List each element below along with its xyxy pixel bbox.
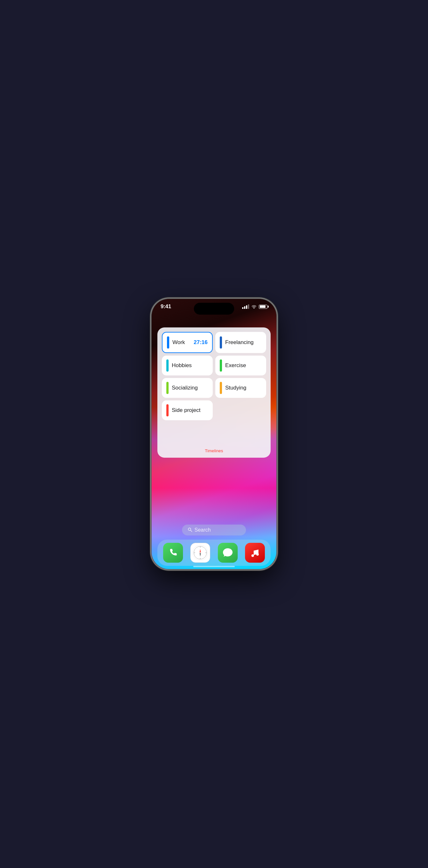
work-timer: 27:16 [194,339,208,346]
activity-item-work[interactable]: Work 27:16 [162,332,213,353]
hobbies-color-bar [166,360,169,372]
search-label: Search [195,527,211,533]
dock-app-music[interactable] [245,543,265,563]
dock [157,539,271,566]
freelancing-color-bar [220,336,222,348]
widget-empty-space [162,420,266,446]
timelines-widget[interactable]: Work 27:16 Freelancing Hobbies [157,328,271,458]
activity-item-hobbies[interactable]: Hobbies [162,355,213,375]
work-color-bar [167,336,169,348]
exercise-color-bar [220,360,222,372]
hobbies-label: Hobbies [172,362,208,369]
activity-item-socializing[interactable]: Socializing [162,378,213,398]
phone-screen: 9:41 [152,299,276,569]
dock-app-safari[interactable] [190,543,210,563]
dock-app-messages[interactable] [218,543,238,563]
home-indicator [193,566,235,567]
search-bar[interactable]: Search [182,525,246,535]
status-time: 9:41 [161,303,171,310]
activity-item-exercise[interactable]: Exercise [215,355,266,375]
svg-point-11 [256,553,259,556]
activity-item-side-project[interactable]: Side project [162,400,213,420]
freelancing-label: Freelancing [225,339,262,346]
svg-line-1 [191,530,192,532]
studying-label: Studying [225,385,262,391]
widget-card: Work 27:16 Freelancing Hobbies [157,328,271,458]
socializing-label: Socializing [172,385,208,391]
widget-app-label: Timelines [162,448,266,453]
socializing-color-bar [166,382,169,394]
activity-item-studying[interactable]: Studying [215,378,266,398]
activity-grid: Work 27:16 Freelancing Hobbies [162,332,266,420]
side-project-color-bar [166,404,169,416]
work-label: Work [172,339,191,346]
dock-app-phone[interactable] [163,543,183,563]
side-project-label: Side project [172,407,208,413]
studying-color-bar [220,382,222,394]
activity-item-freelancing[interactable]: Freelancing [215,332,266,353]
dynamic-island [194,303,234,315]
svg-point-10 [252,554,254,557]
phone-device: 9:41 [152,299,276,569]
status-icons [242,304,267,310]
battery-icon [259,305,267,309]
signal-icon [242,304,249,309]
search-icon [188,527,192,533]
wifi-icon [251,304,257,310]
exercise-label: Exercise [225,362,262,369]
